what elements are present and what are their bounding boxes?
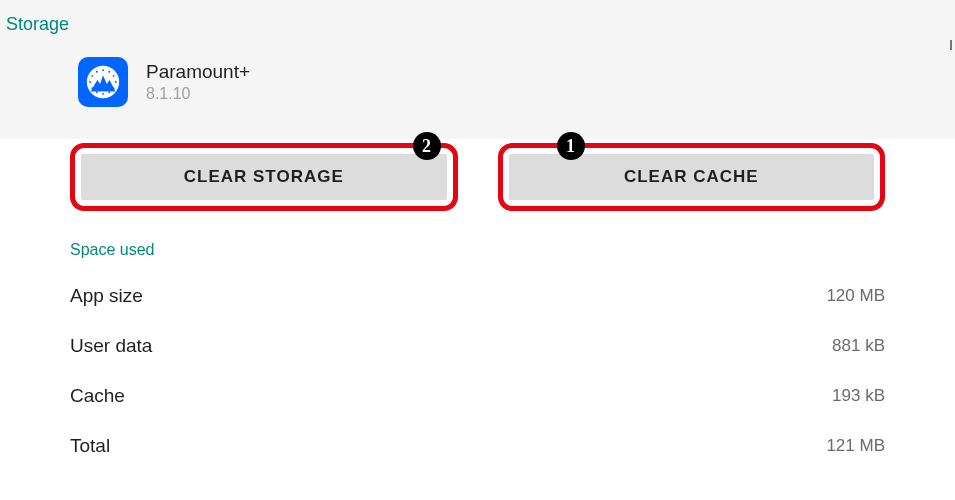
cache-row: Cache 193 kB <box>70 371 885 421</box>
svg-point-7 <box>115 81 117 83</box>
app-name: Paramount+ <box>146 61 250 83</box>
stat-value: 193 kB <box>832 386 885 406</box>
app-header-row: Paramount+ 8.1.10 <box>0 39 955 107</box>
svg-point-10 <box>96 91 98 93</box>
svg-point-12 <box>102 93 104 95</box>
scroll-indicator <box>950 40 952 50</box>
stat-label: App size <box>70 285 143 307</box>
svg-point-5 <box>113 75 115 77</box>
stat-value: 121 MB <box>826 436 885 456</box>
app-size-row: App size 120 MB <box>70 271 885 321</box>
clear-cache-highlight: 1 CLEAR CACHE <box>498 143 886 211</box>
user-data-row: User data 881 kB <box>70 321 885 371</box>
paramount-plus-app-icon <box>78 57 128 107</box>
annotation-badge-2: 2 <box>413 132 441 160</box>
stat-label: Cache <box>70 385 125 407</box>
page-title: Storage <box>0 0 955 39</box>
svg-point-1 <box>102 69 104 71</box>
paramount-mountain-icon <box>84 63 122 101</box>
stat-value: 120 MB <box>826 286 885 306</box>
annotation-badge-1: 1 <box>557 132 585 160</box>
clear-storage-button[interactable]: CLEAR STORAGE <box>81 154 447 200</box>
svg-point-4 <box>91 75 93 77</box>
space-used-heading: Space used <box>70 241 885 259</box>
stat-label: User data <box>70 335 152 357</box>
stat-value: 881 kB <box>832 336 885 356</box>
svg-point-11 <box>108 91 110 93</box>
app-version: 8.1.10 <box>146 85 250 103</box>
clear-cache-button[interactable]: CLEAR CACHE <box>509 154 875 200</box>
svg-point-3 <box>108 71 110 73</box>
svg-point-6 <box>89 81 91 83</box>
stat-label: Total <box>70 435 110 457</box>
clear-storage-highlight: 2 CLEAR STORAGE <box>70 143 458 211</box>
svg-point-2 <box>96 71 98 73</box>
total-row: Total 121 MB <box>70 421 885 471</box>
